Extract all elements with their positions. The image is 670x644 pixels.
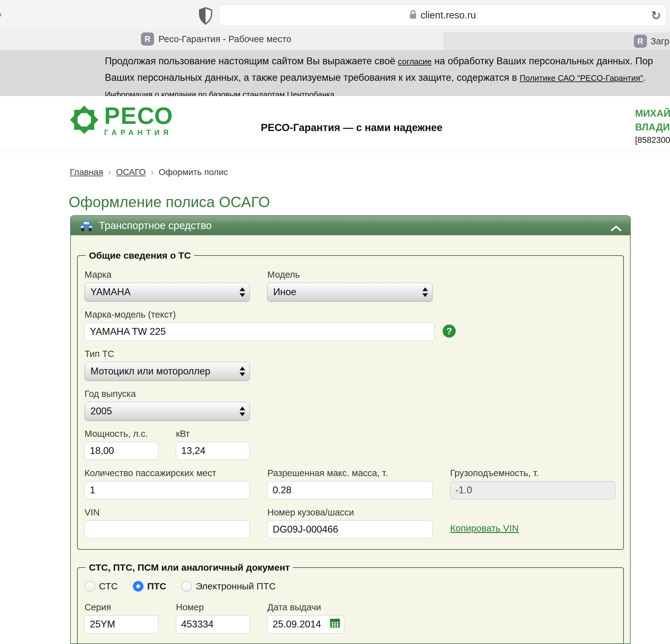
radio-sts-label: СТС (99, 581, 118, 592)
logo-name: РЕСО (104, 105, 173, 127)
select-stepper-icon (240, 367, 245, 376)
vehicle-type-value: Мотоцикл или мотороллер (91, 366, 210, 377)
general-info-legend: Общие сведения о ТС (86, 250, 194, 261)
vehicle-type-label: Тип ТС (84, 349, 250, 359)
breadcrumb-home-link[interactable]: Главная (70, 167, 103, 177)
radio-epts-label: Электронный ПТС (196, 581, 276, 592)
marka-model-input[interactable] (84, 323, 434, 341)
series-label: Серия (84, 602, 159, 613)
reso-logo[interactable]: РЕСО ГАРАНТИЯ (69, 105, 173, 137)
user-name-line1: МИХАЙ (635, 107, 670, 120)
help-icon[interactable]: ? (443, 325, 456, 338)
collapse-chevron-up-icon[interactable] (611, 222, 621, 234)
power-hp-label: Мощность, л.с. (84, 429, 159, 439)
issue-date-input[interactable]: 25.09.2014 (267, 615, 344, 633)
tab-reso-workplace[interactable]: R Ресо-Гарантия - Рабочее место (141, 32, 291, 45)
policy-text-end: . (643, 72, 646, 83)
document-type-radios: СТС ПТС Электронный ПТС (84, 581, 616, 592)
year-label: Год выпуска (84, 389, 250, 399)
radio-pts[interactable]: ПТС (133, 581, 166, 592)
policy-text: Ваших персональных данных, а также реали… (105, 72, 520, 83)
radio-pts-circle-icon[interactable] (133, 581, 144, 592)
car-icon (79, 220, 94, 232)
radio-epts-circle-icon[interactable] (181, 581, 192, 592)
logo-subtitle: ГАРАНТИЯ (104, 129, 173, 137)
vin-input[interactable] (84, 521, 250, 539)
issue-date-label: Дата выдачи (267, 602, 344, 613)
vin-label: VIN (84, 507, 250, 518)
marka-value: YAMAHA (91, 286, 131, 298)
power-kw-label: кВт (176, 429, 250, 439)
site-header: РЕСО ГАРАНТИЯ РЕСО-Гарантия — с нами над… (0, 96, 670, 152)
issue-date-value: 25.09.2014 (273, 619, 321, 630)
capacity-label: Грузоподъемность, т. (450, 468, 615, 478)
marka-select[interactable]: YAMAHA (84, 283, 250, 301)
body-number-label: Номер кузова/шасси (267, 507, 433, 518)
user-info: МИХАЙ ВЛАДИ [8582300 (635, 107, 670, 145)
radio-sts[interactable]: СТС (84, 581, 118, 592)
vehicle-panel-title: Транспортное средство (99, 220, 212, 232)
tab2-favicon: R (634, 35, 647, 48)
model-select[interactable]: Иное (267, 283, 433, 301)
user-name-line2: ВЛАДИ (635, 120, 670, 134)
series-input[interactable] (84, 615, 159, 633)
select-stepper-icon (240, 407, 245, 416)
tab2-title: Загр (651, 36, 669, 47)
vehicle-panel-header[interactable]: Транспортное средство (71, 216, 630, 235)
power-hp-input[interactable] (84, 442, 159, 460)
radio-epts[interactable]: Электронный ПТС (181, 581, 276, 592)
consent-text-cont: на обработку Ваших персональных данных. … (432, 55, 653, 66)
year-value: 2005 (91, 406, 112, 417)
number-input[interactable] (176, 615, 250, 633)
max-mass-label: Разрешенная макс. масса, т. (267, 468, 433, 478)
calendar-icon[interactable] (330, 618, 340, 631)
breadcrumb: Главная › ОСАГО › Оформить полис (70, 167, 228, 177)
lock-icon (409, 10, 417, 21)
breadcrumb-current: Оформить полис (159, 167, 228, 177)
seats-input[interactable] (84, 481, 250, 499)
max-mass-input[interactable] (267, 481, 433, 499)
capacity-input (450, 481, 615, 499)
consent-line-1: Продолжая пользование настоящим сайтом В… (105, 55, 670, 68)
policy-link[interactable]: Политике САО "РЕСО-Гарантия" (520, 73, 643, 83)
user-code: [8582300 (635, 135, 670, 145)
company-slogan: РЕСО-Гарантия — с нами надежнее (261, 122, 443, 133)
centrobank-info-link[interactable]: Информация о компании по базовым стандар… (105, 90, 334, 96)
screenshot-root: › client.reso.ru ↻ R Ресо-Гарантия - Раб… (0, 0, 670, 644)
forward-nav-icon[interactable]: › (0, 4, 2, 23)
privacy-shield-icon[interactable] (198, 7, 213, 26)
number-label: Номер (176, 602, 250, 613)
copy-vin-link[interactable]: Копировать VIN (450, 523, 519, 534)
select-stepper-icon (422, 287, 428, 297)
vehicle-type-select[interactable]: Мотоцикл или мотороллер (84, 362, 250, 381)
browser-chrome: › client.reso.ru ↻ R Ресо-Гарантия - Раб… (0, 0, 670, 50)
page-title: Оформление полиса ОСАГО (69, 194, 270, 211)
tab-favicon: R (141, 32, 154, 45)
consent-link[interactable]: согласие (398, 57, 432, 66)
power-kw-input[interactable] (176, 442, 250, 460)
general-info-fieldset: Общие сведения о ТС Марка YAMAHA Модель … (77, 250, 624, 550)
vehicle-panel-body: Общие сведения о ТС Марка YAMAHA Модель … (71, 235, 630, 644)
reload-icon[interactable]: ↻ (651, 9, 661, 23)
consent-banner: Продолжая пользование настоящим сайтом В… (0, 50, 670, 96)
document-legend: СТС, ПТС, ПСМ или аналогичный документ (86, 562, 293, 573)
breadcrumb-osago-link[interactable]: ОСАГО (116, 167, 146, 177)
vehicle-panel: Транспортное средство Общие сведения о Т… (70, 215, 631, 644)
reso-logo-icon (69, 105, 99, 136)
seats-label: Количество пассажирских мест (84, 468, 250, 478)
consent-text: Продолжая пользование настоящим сайтом В… (105, 55, 398, 66)
consent-line-3: Информация о компании по базовым стандар… (105, 88, 670, 96)
address-bar[interactable]: client.reso.ru ↻ (219, 4, 666, 26)
year-select[interactable]: 2005 (84, 402, 250, 421)
document-fieldset: СТС, ПТС, ПСМ или аналогичный документ С… (77, 562, 624, 644)
url-text: client.reso.ru (420, 10, 476, 21)
tab-downloads[interactable]: R Загр (444, 32, 670, 50)
model-value: Иное (273, 286, 296, 298)
radio-sts-circle-icon[interactable] (84, 581, 95, 592)
consent-line-2: Ваших персональных данных, а также реали… (105, 71, 670, 84)
tab-title: Ресо-Гарантия - Рабочее место (159, 34, 291, 44)
sts-required-note: Чтобы указать рег. номер ТС, необходимо … (84, 643, 616, 644)
radio-pts-label: ПТС (147, 581, 166, 592)
model-label: Модель (267, 270, 433, 280)
body-number-input[interactable] (267, 521, 433, 539)
